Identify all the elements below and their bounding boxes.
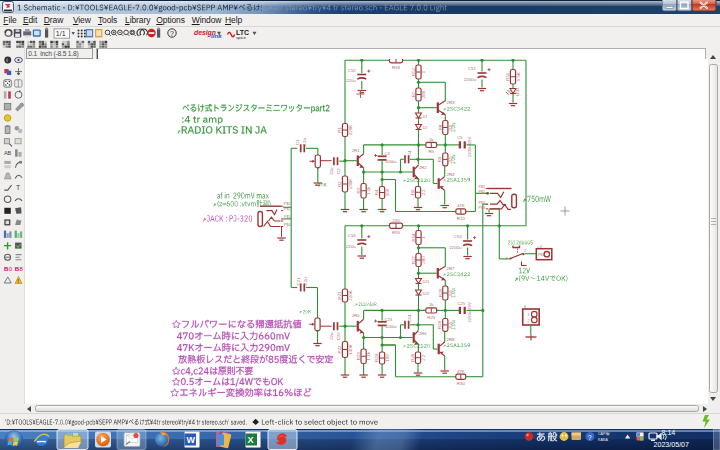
svg-text:8:14: 8:14 <box>662 429 676 437</box>
svg-text:1.0w: 1.0w <box>451 154 456 164</box>
svg-text:2.2u: 2.2u <box>303 137 308 146</box>
svg-text:1.1k: 1.1k <box>366 351 371 360</box>
svg-text:C52: C52 <box>348 68 357 73</box>
svg-text:P$3: P$3 <box>479 206 485 210</box>
svg-text:R2: R2 <box>337 181 342 187</box>
svg-text:R8: R8 <box>438 124 443 130</box>
svg-text:C24: C24 <box>407 314 412 323</box>
svg-text:R28: R28 <box>438 288 443 297</box>
svg-text:2.2u: 2.2u <box>303 277 308 286</box>
svg-text:47K: 47K <box>457 203 465 208</box>
svg-text:2023/05/07: 2023/05/07 <box>654 441 690 449</box>
svg-text:1: 1 <box>528 313 530 317</box>
svg-text:C5: C5 <box>457 135 463 140</box>
svg-text:C25: C25 <box>457 301 465 306</box>
svg-text:220K: 220K <box>348 290 353 300</box>
svg-text:R5: R5 <box>428 149 434 154</box>
svg-text:P$4: P$4 <box>284 223 290 227</box>
svg-text:2: 2 <box>528 319 530 323</box>
svg-text:R54: R54 <box>411 233 416 242</box>
svg-text:1.1k: 1.1k <box>366 186 371 195</box>
svg-text:R25: R25 <box>427 315 436 320</box>
svg-text:P$1: P$1 <box>479 190 485 194</box>
svg-text:P$2: P$2 <box>284 207 290 211</box>
svg-text:100: 100 <box>385 354 390 362</box>
svg-text:C1: C1 <box>296 139 301 145</box>
svg-text:R53: R53 <box>392 65 401 70</box>
svg-text:1k: 1k <box>429 137 434 142</box>
svg-text:C22: C22 <box>336 332 341 341</box>
svg-text:?: ? <box>170 29 174 38</box>
svg-text:1000u: 1000u <box>385 159 397 164</box>
svg-text:!: ! <box>17 277 19 283</box>
svg-text:1000u: 1000u <box>385 324 397 329</box>
svg-text:1: 1 <box>421 70 426 73</box>
svg-text:R3: R3 <box>356 187 361 193</box>
svg-text:100: 100 <box>385 188 390 196</box>
svg-text:R24: R24 <box>374 353 379 362</box>
svg-text:2R3: 2R3 <box>447 100 456 105</box>
svg-text:R30: R30 <box>457 381 466 386</box>
svg-text:R1: R1 <box>337 127 342 133</box>
svg-text:2200u/25V: 2200u/25V <box>467 137 472 157</box>
svg-text:P$1: P$1 <box>284 215 290 219</box>
svg-text:P$5: P$5 <box>479 185 485 189</box>
svg-text:C21: C21 <box>296 277 301 286</box>
svg-text:22u: 22u <box>329 332 334 340</box>
svg-text:E: E <box>524 305 527 309</box>
svg-text:1.0w: 1.0w <box>451 122 456 132</box>
svg-text:W: W <box>186 435 195 445</box>
svg-text:2200u/25V: 2200u/25V <box>467 302 472 322</box>
svg-text:C23: C23 <box>385 317 393 322</box>
svg-text:2R6: 2R6 <box>419 331 427 336</box>
svg-text:2R2: 2R2 <box>419 165 427 170</box>
svg-text:1.0w: 1.0w <box>451 287 456 297</box>
svg-text:2R8: 2R8 <box>447 337 456 342</box>
svg-text:2R1: 2R1 <box>352 148 360 153</box>
svg-text:220K: 220K <box>348 125 353 135</box>
svg-text:R26: R26 <box>410 353 415 362</box>
svg-text:2R4: 2R4 <box>447 172 456 177</box>
svg-text:AB: AB <box>4 149 12 155</box>
svg-text:LED: LED <box>515 88 520 96</box>
svg-text:130K: 130K <box>348 179 353 189</box>
svg-text:D2: D2 <box>423 126 428 130</box>
svg-text:0: 0 <box>9 265 13 271</box>
svg-text:2: 2 <box>524 249 526 253</box>
svg-text:220: 220 <box>392 218 400 223</box>
svg-text:R10: R10 <box>457 216 466 221</box>
svg-text:P$1: P$1 <box>538 253 544 257</box>
svg-text:R27: R27 <box>411 255 416 264</box>
svg-text:1k: 1k <box>429 302 434 307</box>
svg-text:2.2: 2.2 <box>421 189 426 196</box>
svg-text:R21: R21 <box>337 291 342 300</box>
svg-text:R23: R23 <box>356 352 361 361</box>
svg-text:2R5: 2R5 <box>352 313 360 318</box>
svg-text:2200u: 2200u <box>464 77 477 82</box>
svg-text:R6: R6 <box>410 189 415 195</box>
svg-text:i: i <box>7 57 8 63</box>
svg-text:C2: C2 <box>336 168 341 174</box>
svg-text:22u: 22u <box>329 167 334 175</box>
svg-text:2R7: 2R7 <box>447 266 456 271</box>
svg-text:R51: R51 <box>505 72 510 81</box>
svg-text:1.5K: 1.5K <box>516 72 521 81</box>
svg-text:P$5: P$5 <box>284 202 290 206</box>
svg-text:C54: C54 <box>348 233 357 238</box>
svg-text:1.0w: 1.0w <box>451 319 456 329</box>
svg-text:+V: +V <box>537 244 542 249</box>
svg-text:R52: R52 <box>411 67 416 76</box>
svg-text:220u: 220u <box>346 78 356 83</box>
svg-text:R4: R4 <box>374 189 379 195</box>
svg-text:C51: C51 <box>468 66 477 71</box>
svg-text:R9: R9 <box>438 156 443 162</box>
svg-text:280: 280 <box>421 256 426 264</box>
svg-text:R29: R29 <box>438 320 443 329</box>
svg-text:3: 3 <box>506 257 508 261</box>
svg-text:KANA: KANA <box>598 438 608 442</box>
svg-text:47K: 47K <box>457 369 465 374</box>
svg-text:220u: 220u <box>346 244 356 249</box>
svg-text:2200u: 2200u <box>449 245 462 250</box>
svg-text:T: T <box>16 183 21 190</box>
svg-text:130K: 130K <box>348 344 353 354</box>
